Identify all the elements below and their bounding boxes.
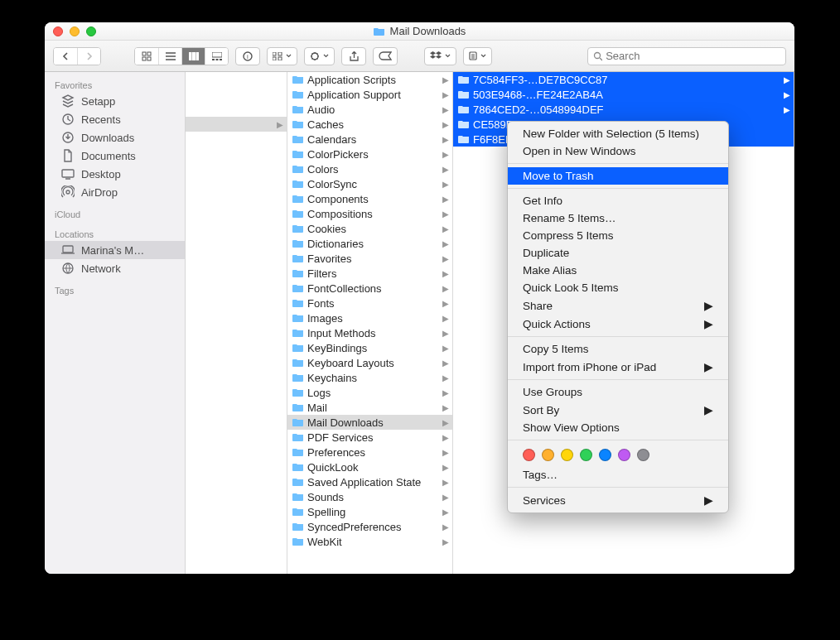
chevron-right-icon: ▶ — [442, 224, 449, 233]
list-item[interactable]: Colors▶ — [287, 161, 452, 176]
menu-item[interactable]: New Folder with Selection (5 Items) — [508, 125, 728, 142]
list-item[interactable]: Audio▶ — [287, 102, 452, 117]
svg-point-19 — [595, 52, 601, 58]
list-item[interactable]: Mail▶ — [287, 400, 452, 415]
path-button[interactable] — [463, 47, 492, 65]
sidebar-item[interactable]: Marina's M… — [45, 241, 185, 259]
list-item[interactable]: FontCollections▶ — [287, 281, 452, 296]
sidebar-item[interactable]: Network — [45, 259, 185, 277]
tag-color-dot[interactable] — [561, 449, 573, 461]
list-item[interactable]: ColorSync▶ — [287, 176, 452, 191]
list-item[interactable]: Mail Downloads▶ — [287, 415, 452, 430]
menu-item[interactable]: Share▶ — [508, 296, 728, 315]
tag-color-dot[interactable] — [580, 449, 592, 461]
tag-color-dot[interactable] — [618, 449, 630, 461]
menu-item[interactable]: Open in New Windows — [508, 142, 728, 160]
tags-button[interactable] — [373, 47, 398, 65]
close-button[interactable] — [53, 26, 63, 36]
menu-item[interactable]: Sort By▶ — [508, 401, 728, 419]
column-1[interactable]: Application Scripts▶Application Support▶… — [287, 72, 453, 574]
list-item[interactable]: Spelling▶ — [287, 504, 452, 519]
list-item[interactable]: Components▶ — [287, 191, 452, 206]
list-item[interactable]: 7C584FF3-…DE7BC9CC87▶ — [453, 72, 794, 87]
tag-color-dot[interactable] — [599, 449, 611, 461]
minimize-button[interactable] — [70, 26, 80, 36]
column-0[interactable]: ▶ — [186, 72, 287, 574]
list-item[interactable]: Application Support▶ — [287, 87, 452, 102]
menu-item[interactable]: Get Info — [508, 192, 728, 209]
menu-item-label: Copy 5 Items — [523, 343, 589, 355]
back-button[interactable] — [54, 48, 77, 65]
list-item[interactable]: Input Methods▶ — [287, 325, 452, 340]
menu-item[interactable]: Rename 5 Items… — [508, 209, 728, 227]
list-item[interactable]: QuickLook▶ — [287, 460, 452, 474]
view-icon-button[interactable] — [135, 48, 158, 65]
action-button[interactable] — [304, 47, 335, 65]
menu-item[interactable]: Services▶ — [508, 491, 728, 509]
list-item[interactable]: Caches▶ — [287, 117, 452, 132]
zoom-button[interactable] — [86, 26, 96, 36]
list-item[interactable]: ColorPickers▶ — [287, 147, 452, 161]
menu-item[interactable]: Compress 5 Items — [508, 227, 728, 244]
search-field[interactable] — [587, 47, 786, 65]
tag-color-dot[interactable] — [542, 449, 554, 461]
menu-item[interactable]: Duplicate — [508, 244, 728, 262]
list-item[interactable]: Calendars▶ — [287, 132, 452, 147]
menu-item[interactable]: Import from iPhone or iPad▶ — [508, 358, 728, 376]
list-item[interactable]: PDF Services▶ — [287, 430, 452, 445]
list-item[interactable]: 7864CED2-…0548994DEF▶ — [453, 102, 794, 117]
list-item[interactable]: Logs▶ — [287, 385, 452, 400]
menu-item[interactable]: Quick Actions▶ — [508, 315, 728, 333]
list-item[interactable]: Images▶ — [287, 310, 452, 325]
menu-item[interactable]: Move to Trash — [508, 167, 728, 185]
list-item[interactable]: Sounds▶ — [287, 489, 452, 504]
menu-item[interactable]: Quick Look 5 Items — [508, 279, 728, 296]
list-item[interactable]: Favorites▶ — [287, 251, 452, 266]
menu-item[interactable]: Tags… — [508, 466, 728, 484]
list-item[interactable]: Saved Application State▶ — [287, 474, 452, 489]
folder-icon — [292, 238, 304, 248]
menu-item[interactable]: Show View Options — [508, 419, 728, 436]
list-item[interactable]: WebKit▶ — [287, 534, 452, 549]
list-item[interactable]: KeyBindings▶ — [287, 340, 452, 355]
dropbox-button[interactable] — [424, 47, 456, 65]
info-button[interactable]: i — [235, 47, 260, 65]
list-item[interactable]: Dictionaries▶ — [287, 236, 452, 251]
list-item[interactable]: Filters▶ — [287, 266, 452, 281]
forward-button[interactable] — [77, 48, 100, 65]
menu-item-label: Duplicate — [523, 247, 569, 259]
list-item[interactable]: Application Scripts▶ — [287, 72, 452, 87]
menu-item[interactable]: Use Groups — [508, 383, 728, 401]
sidebar-item[interactable]: Desktop — [45, 165, 185, 183]
menu-item-label: Quick Look 5 Items — [523, 282, 619, 294]
menu-item[interactable]: Make Alias — [508, 262, 728, 279]
list-item[interactable]: SyncedPreferences▶ — [287, 519, 452, 534]
sidebar-item[interactable]: Downloads — [45, 128, 185, 147]
share-button[interactable] — [341, 47, 366, 65]
menu-item[interactable]: Copy 5 Items — [508, 340, 728, 358]
chevron-right-icon: ▶ — [442, 75, 449, 84]
sidebar-item[interactable]: AirDrop — [45, 183, 185, 201]
view-columns-button[interactable] — [181, 48, 205, 65]
list-item[interactable]: Fonts▶ — [287, 296, 452, 310]
sidebar-item[interactable]: Documents — [45, 147, 185, 165]
sidebar-item[interactable]: Recents — [45, 110, 185, 128]
tag-color-dot[interactable] — [523, 449, 535, 461]
list-item[interactable]: ▶ — [186, 117, 287, 132]
list-item[interactable]: Keyboard Layouts▶ — [287, 355, 452, 370]
list-item[interactable]: Cookies▶ — [287, 221, 452, 236]
search-input[interactable] — [606, 50, 780, 62]
tag-color-dot[interactable] — [637, 449, 649, 461]
group-button[interactable] — [267, 47, 297, 65]
view-list-button[interactable] — [158, 48, 181, 65]
folder-icon — [292, 253, 304, 263]
titlebar[interactable]: Mail Downloads — [45, 22, 794, 41]
view-gallery-button[interactable] — [205, 48, 228, 65]
list-item[interactable]: Keychains▶ — [287, 370, 452, 385]
chevron-right-icon: ▶ — [442, 388, 449, 397]
sidebar-item[interactable]: Setapp — [45, 92, 185, 110]
folder-icon — [292, 209, 304, 219]
list-item[interactable]: Compositions▶ — [287, 206, 452, 221]
list-item[interactable]: Preferences▶ — [287, 445, 452, 460]
list-item[interactable]: 503E9468-…FE24E2AB4A▶ — [453, 87, 794, 102]
